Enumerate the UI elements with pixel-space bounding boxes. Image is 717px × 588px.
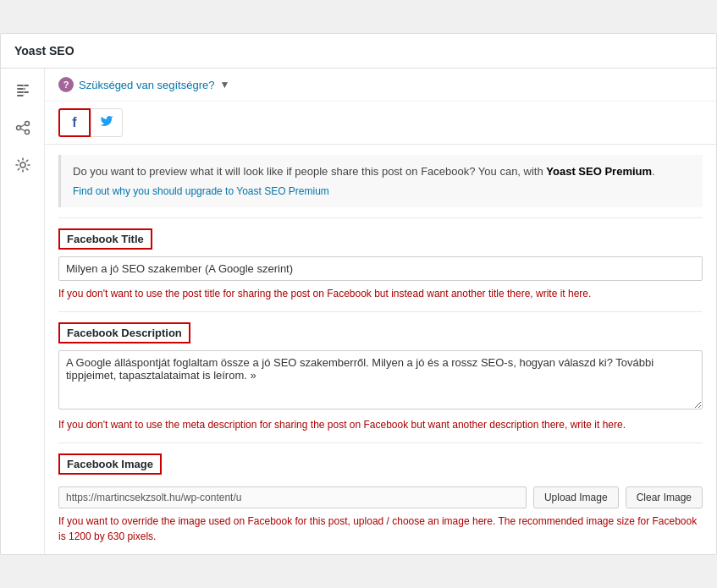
upload-image-button[interactable]: Upload Image	[533, 486, 619, 508]
tab-twitter[interactable]	[91, 108, 123, 137]
facebook-title-label: Facebook Title	[58, 228, 152, 250]
yoast-seo-panel: Yoast SEO	[0, 33, 717, 555]
tab-facebook[interactable]: f	[58, 108, 91, 137]
chevron-down-icon: ▼	[219, 79, 229, 91]
panel-title: Yoast SEO	[1, 34, 716, 69]
svg-line-9	[20, 129, 25, 131]
info-brand: Yoast SEO Premium	[546, 165, 652, 178]
facebook-description-section: Facebook Description If you don't want t…	[45, 312, 716, 442]
upgrade-link[interactable]: Find out why you should upgrade to Yoast…	[73, 184, 691, 199]
twitter-icon	[100, 114, 113, 131]
facebook-image-label: Facebook Image	[58, 453, 162, 475]
facebook-description-label: Facebook Description	[58, 322, 190, 343]
facebook-icon: f	[72, 115, 76, 130]
sidebar	[1, 69, 45, 554]
help-row: ? Szükséged van segítségre? ▼	[45, 69, 716, 102]
facebook-image-section: Facebook Image Upload Image Clear Image …	[45, 443, 716, 554]
tabs-row: f	[45, 102, 716, 145]
facebook-title-section: Facebook Title If you don't want to use …	[45, 218, 716, 311]
svg-rect-3	[17, 95, 24, 96]
info-box: Do you want to preview what it will look…	[58, 155, 703, 207]
svg-point-10	[20, 162, 25, 168]
help-icon: ?	[58, 77, 74, 92]
clear-image-button[interactable]: Clear Image	[626, 486, 703, 508]
post-icon[interactable]	[8, 75, 38, 106]
facebook-description-input[interactable]	[58, 350, 703, 409]
share-icon[interactable]	[8, 113, 38, 143]
facebook-description-hint: If you don't want to use the meta descri…	[58, 417, 703, 432]
svg-point-6	[16, 126, 20, 130]
svg-point-5	[25, 122, 29, 126]
svg-point-7	[25, 130, 29, 135]
help-link[interactable]: Szükséged van segítségre?	[79, 79, 214, 91]
facebook-image-url-input[interactable]	[58, 486, 527, 508]
info-text-after: .	[652, 165, 655, 178]
facebook-title-input[interactable]	[58, 256, 703, 281]
svg-line-8	[20, 124, 25, 127]
main-content: ? Szükséged van segítségre? ▼ f	[45, 69, 716, 554]
facebook-title-hint: If you don't want to use the post title …	[58, 286, 703, 301]
image-row: Upload Image Clear Image	[58, 486, 703, 508]
facebook-image-hint: If you want to override the image used o…	[58, 514, 703, 544]
info-text-before: Do you want to preview what it will look…	[73, 165, 546, 178]
svg-rect-4	[23, 85, 25, 96]
settings-icon[interactable]	[8, 150, 38, 180]
